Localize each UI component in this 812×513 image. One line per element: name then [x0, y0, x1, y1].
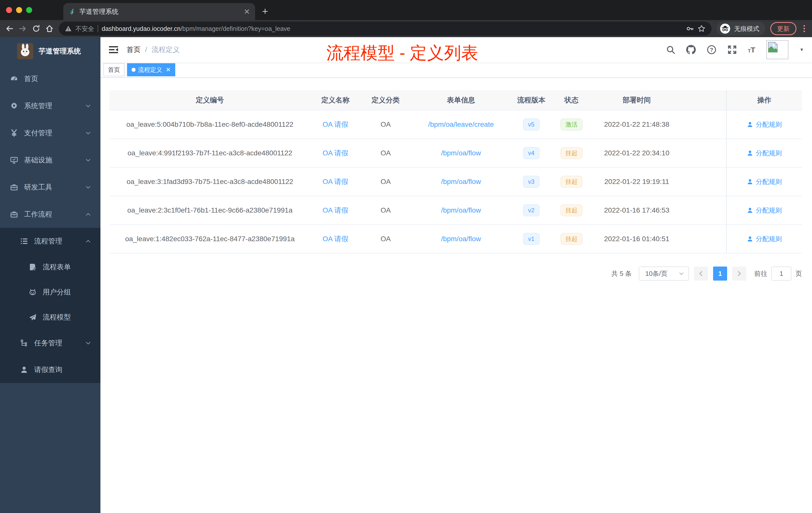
sidebar-item-payment[interactable]: 支付管理: [0, 119, 100, 147]
form-link[interactable]: /bpm/oa/flow: [441, 206, 481, 214]
definition-name-link[interactable]: OA 请假: [323, 120, 348, 129]
cell-actions: 分配规则: [726, 139, 802, 167]
logo-row[interactable]: 芋道管理系统: [0, 37, 100, 65]
tab-title: 芋道管理系统: [79, 7, 240, 16]
tag-label: 首页: [108, 66, 120, 74]
assign-rule-link[interactable]: 分配规则: [747, 235, 782, 243]
cell-category: OA: [360, 139, 411, 167]
sidebar-item-home[interactable]: 首页: [0, 65, 100, 92]
sidebar-item-task-manage[interactable]: 任务管理: [0, 330, 100, 356]
chevron-down-icon: [85, 157, 91, 163]
tab-close-icon[interactable]: ✕: [244, 7, 250, 16]
cell-deploy-time: 2022-01-22 21:48:38: [591, 111, 682, 139]
sidebar-item-label: 支付管理: [24, 128, 52, 138]
table-row: oa_leave:4:991f2193-7b7f-11ec-a3c8-acde4…: [110, 139, 802, 168]
assign-rule-link[interactable]: 分配规则: [747, 206, 782, 215]
navbar: 首页 / 流程定义 ? T: [100, 37, 812, 62]
url-text[interactable]: dashboard.yudao.iocoder.cn/bpm/manager/d…: [102, 25, 683, 32]
assign-rule-link[interactable]: 分配规则: [747, 149, 782, 158]
security-label[interactable]: 不安全: [75, 25, 94, 33]
definition-name-link[interactable]: OA 请假: [323, 148, 348, 158]
cell-version: v5: [511, 111, 551, 139]
tag-close-icon[interactable]: ✕: [166, 66, 171, 73]
fullscreen-icon[interactable]: [727, 45, 737, 55]
window-minimize-button[interactable]: [16, 7, 22, 13]
browser-toolbar: 不安全 dashboard.yudao.iocoder.cn/bpm/manag…: [0, 20, 812, 37]
monitor-icon: [10, 156, 18, 164]
cell-definition-name: OA 请假: [310, 225, 360, 253]
breadcrumb-home[interactable]: 首页: [126, 45, 141, 55]
sidebar-item-process-manage[interactable]: 流程管理: [0, 228, 100, 254]
form-link[interactable]: /bpm/oa/flow: [441, 178, 481, 186]
definition-name-link[interactable]: OA 请假: [323, 206, 348, 215]
breadcrumb: 首页 / 流程定义: [126, 45, 180, 55]
sidebar-item-leave-query[interactable]: 请假查询: [0, 356, 100, 383]
cell-form-info: /bpm/oa/flow: [411, 168, 511, 196]
column-header: 操作: [726, 90, 802, 110]
browser-tab[interactable]: 芋道管理系统 ✕: [63, 3, 255, 20]
assign-rule-label: 分配规则: [756, 235, 782, 243]
url-path: /bpm/manager/definition?key=oa_leave: [180, 25, 290, 32]
version-badge: v2: [523, 204, 539, 216]
next-page-button[interactable]: [732, 267, 746, 280]
goto-input[interactable]: [771, 267, 791, 280]
window-zoom-button[interactable]: [26, 7, 32, 13]
cell-form-info: /bpm/oa/flow: [411, 225, 511, 253]
page-number-1[interactable]: 1: [713, 267, 727, 280]
reload-button[interactable]: [32, 25, 40, 33]
new-tab-button[interactable]: +: [262, 6, 268, 17]
sidebar-item-process-form[interactable]: 流程表单: [0, 254, 100, 280]
assign-rule-link[interactable]: 分配规则: [747, 177, 782, 186]
assign-rule-label: 分配规则: [756, 149, 782, 158]
avatar-caret-icon[interactable]: ▼: [800, 47, 804, 53]
form-icon: [29, 263, 37, 271]
header-spacer: [682, 90, 726, 110]
definition-name-link[interactable]: OA 请假: [323, 177, 348, 186]
hamburger-icon[interactable]: [109, 45, 118, 55]
sidebar-item-system[interactable]: 系统管理: [0, 92, 100, 119]
font-size-icon[interactable]: TT: [748, 45, 755, 55]
column-header: 部署时间: [591, 90, 682, 110]
avatar[interactable]: [766, 40, 788, 59]
column-header: 定义名称: [310, 90, 360, 110]
cell-definition-id: oa_leave:4:991f2193-7b7f-11ec-a3c8-acde4…: [110, 139, 310, 167]
form-link[interactable]: /bpm/oa/leave/create: [428, 120, 494, 128]
sidebar-item-workflow[interactable]: 工作流程: [0, 201, 100, 228]
star-icon[interactable]: [697, 25, 705, 33]
github-icon[interactable]: [686, 45, 696, 55]
update-button[interactable]: 更新: [770, 22, 796, 35]
row-spacer: [682, 111, 726, 139]
forward-button[interactable]: [19, 24, 27, 33]
definition-name-link[interactable]: OA 请假: [323, 234, 348, 244]
cell-category: OA: [360, 196, 411, 224]
sidebar-item-user-group[interactable]: 用户分组: [0, 280, 100, 305]
tag-active[interactable]: 流程定义✕: [127, 63, 175, 76]
browser-window: 芋道管理系统 ✕ + 不安全 dashboard.yudao.iocoder.c…: [0, 0, 812, 513]
search-icon[interactable]: [666, 45, 675, 54]
column-header: 定义分类: [360, 90, 411, 110]
chevron-down-icon: [85, 130, 91, 136]
sidebar-item-process-model[interactable]: 流程模型: [0, 305, 100, 330]
prev-page-button[interactable]: [694, 267, 708, 280]
cell-actions: 分配规则: [726, 111, 802, 139]
back-button[interactable]: [5, 24, 13, 33]
sidebar-item-devtools[interactable]: 研发工具: [0, 174, 100, 201]
page-size-select[interactable]: 10条/页: [639, 267, 689, 280]
logo-avatar: [17, 43, 33, 59]
cell-definition-id: oa_leave:3:1fad3d93-7b75-11ec-a3c8-acde4…: [110, 168, 310, 196]
home-button[interactable]: [45, 24, 54, 33]
help-icon[interactable]: ?: [707, 45, 716, 55]
window-close-button[interactable]: [6, 7, 12, 13]
breadcrumb-separator: /: [145, 46, 147, 54]
form-link[interactable]: /bpm/oa/flow: [441, 149, 481, 157]
table-header-row: 定义编号定义名称定义分类表单信息流程版本状态部署时间操作: [110, 90, 802, 111]
address-bar[interactable]: 不安全 dashboard.yudao.iocoder.cn/bpm/manag…: [59, 22, 712, 36]
assign-rule-link[interactable]: 分配规则: [747, 120, 782, 129]
form-link[interactable]: /bpm/oa/flow: [441, 235, 481, 243]
browser-menu-icon[interactable]: [802, 25, 807, 32]
sidebar-item-infra[interactable]: 基础设施: [0, 147, 100, 174]
cell-deploy-time: 2022-01-22 19:19:11: [591, 168, 682, 196]
key-icon[interactable]: [686, 25, 694, 33]
url-host: dashboard.yudao.iocoder.cn: [102, 25, 180, 32]
tag-item[interactable]: 首页: [104, 63, 124, 76]
